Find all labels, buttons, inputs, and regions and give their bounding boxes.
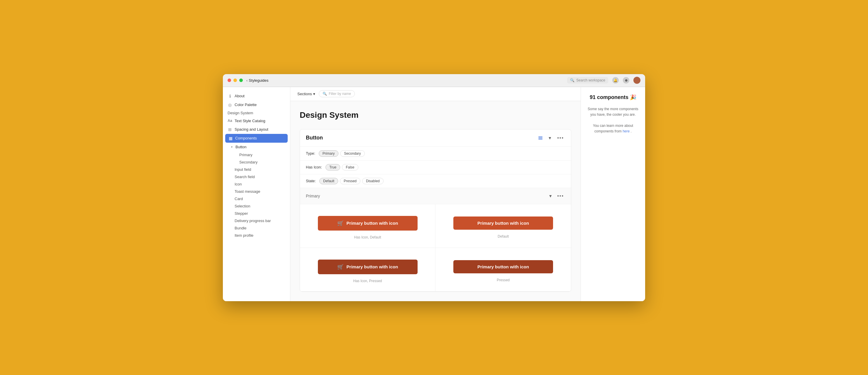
has-icon-tag-false[interactable]: False [342, 164, 358, 171]
more-options-icon: ••• [557, 135, 564, 140]
avatar[interactable] [633, 77, 641, 84]
type-tag-primary[interactable]: Primary [319, 150, 338, 157]
sidebar-item-primary[interactable]: Primary [223, 151, 290, 159]
list-icon [538, 137, 542, 139]
text-style-icon: Aa [227, 118, 232, 123]
state-tag-default[interactable]: Default [319, 178, 338, 184]
help-icon[interactable]: ⊕ [623, 77, 629, 83]
more-options-button[interactable]: ••• [556, 134, 565, 142]
main-layout: ℹ About ◎ Color Palette Design System Aa… [223, 87, 645, 301]
right-panel-desc3: . [631, 129, 632, 133]
maximize-button[interactable] [239, 78, 243, 82]
page-title: Design System [300, 110, 571, 120]
state-filter-row: State: Default Pressed Disabled [300, 174, 571, 188]
sidebar-item-item-profile[interactable]: Item profile [223, 232, 290, 239]
sidebar-label-toast-message: Toast message [235, 189, 260, 194]
right-panel: 91 components 🎉 Some say the more compon… [581, 87, 645, 301]
has-icon-tag-true[interactable]: True [326, 164, 340, 171]
sidebar-label-input-field: Input field [235, 167, 251, 172]
section-header-actions: ▼ ••• [537, 134, 565, 142]
type-filter-tags: Primary Secondary [319, 150, 365, 157]
list-view-button[interactable] [537, 135, 544, 141]
primary-dropdown-button[interactable]: ▼ [547, 193, 554, 200]
type-tag-secondary[interactable]: Secondary [340, 150, 365, 157]
minimize-button[interactable] [234, 78, 237, 82]
sidebar-label-item-profile: Item profile [235, 233, 253, 238]
window-title: Styleguides [249, 78, 268, 82]
sidebar-item-stepper[interactable]: Stepper [223, 210, 290, 217]
sidebar-item-icon[interactable]: Icon [223, 180, 290, 188]
state-tag-disabled[interactable]: Disabled [362, 178, 383, 184]
close-button[interactable] [227, 78, 231, 82]
sidebar-label-text-style: Text Style Catalog [235, 118, 266, 123]
type-filter-label: Type: [306, 151, 315, 156]
sidebar-label-selection: Selection [235, 204, 250, 208]
sections-button[interactable]: Sections ▾ [297, 92, 315, 96]
cart-icon-pressed: 🛒 [337, 264, 344, 270]
sidebar-item-toast-message[interactable]: Toast message [223, 188, 290, 195]
info-icon: ℹ [227, 94, 232, 98]
primary-button-label-3: Primary button with icon [347, 264, 398, 269]
content-toolbar: Sections ▾ 🔍 Filter by name [290, 87, 581, 101]
state-tag-pressed[interactable]: Pressed [340, 178, 361, 184]
primary-more-button[interactable]: ••• [556, 192, 565, 200]
search-workspace-label: Search workspace [576, 78, 605, 82]
spacing-icon: ⊞ [227, 127, 232, 132]
sidebar: ℹ About ◎ Color Palette Design System Aa… [223, 87, 290, 301]
search-workspace-input[interactable]: 🔍 Search workspace [567, 77, 608, 83]
sidebar-item-color-palette[interactable]: ◎ Color Palette [223, 101, 290, 109]
state-filter-label: State: [306, 179, 316, 183]
titlebar-actions: 🔍 Search workspace 🔔 ⊕ [567, 77, 641, 84]
back-button[interactable]: ‹ Styleguides [246, 78, 269, 82]
dropdown-button[interactable]: ▼ [547, 134, 553, 141]
primary-button-has-icon-default[interactable]: 🛒 Primary button with icon [318, 216, 417, 231]
section-title: Button [306, 135, 323, 141]
sidebar-item-text-style[interactable]: Aa Text Style Catalog [223, 116, 290, 125]
primary-button-pressed[interactable]: Primary button with icon [453, 260, 553, 273]
sidebar-label-button: Button [236, 145, 247, 149]
traffic-lights [227, 78, 243, 82]
sidebar-item-input-field[interactable]: Input field [223, 166, 290, 173]
sidebar-label-color-palette: Color Palette [235, 103, 256, 107]
sidebar-label-stepper: Stepper [235, 211, 248, 216]
sidebar-item-button[interactable]: ▾ Button [223, 143, 290, 151]
sidebar-item-delivery-progress[interactable]: Delivery progress bar [223, 217, 290, 225]
cell-default: Primary button with icon Default [435, 204, 571, 248]
sections-chevron-icon: ▾ [313, 92, 315, 96]
sidebar-label-icon: Icon [235, 182, 242, 186]
cell-has-icon-pressed: 🛒 Primary button with icon Has Icon, Pre… [300, 248, 435, 292]
has-icon-filter-row: Has Icon: True False [300, 161, 571, 174]
sections-label: Sections [297, 92, 312, 96]
back-chevron-icon: ‹ [246, 78, 248, 82]
has-icon-filter-label: Has Icon: [306, 165, 322, 169]
section-header: Button ▼ ••• [300, 130, 571, 147]
primary-more-icon: ••• [557, 193, 564, 198]
filter-input[interactable]: 🔍 Filter by name [319, 90, 355, 97]
filter-placeholder: Filter by name [329, 92, 351, 96]
sidebar-item-design-system[interactable]: Design System [223, 109, 290, 116]
notifications-icon[interactable]: 🔔 [612, 77, 619, 83]
sidebar-item-components[interactable]: ▦ Components [225, 134, 288, 143]
sidebar-label-delivery-progress: Delivery progress bar [235, 218, 271, 223]
sidebar-label-components: Components [235, 136, 257, 140]
app-window: ‹ Styleguides 🔍 Search workspace 🔔 ⊕ ℹ A… [223, 74, 645, 301]
has-icon-filter-tags: True False [326, 164, 358, 171]
sidebar-item-secondary[interactable]: Secondary [223, 159, 290, 166]
cell-label-4: Pressed [497, 278, 510, 282]
primary-button-has-icon-pressed[interactable]: 🛒 Primary button with icon [318, 260, 417, 274]
sidebar-label-bundle: Bundle [235, 226, 246, 230]
sidebar-item-search-field[interactable]: Search field [223, 173, 290, 180]
primary-button-label-4: Primary button with icon [477, 264, 529, 269]
component-count: 91 components 🎉 [586, 94, 641, 101]
sidebar-item-selection[interactable]: Selection [223, 202, 290, 210]
search-icon: 🔍 [570, 78, 575, 82]
sidebar-item-about[interactable]: ℹ About [223, 92, 290, 101]
right-panel-description: Some say the more components you have, t… [586, 106, 641, 134]
sidebar-item-spacing[interactable]: ⊞ Spacing and Layout [223, 125, 290, 134]
learn-more-link[interactable]: here [623, 129, 629, 133]
content-area: Sections ▾ 🔍 Filter by name Design Syste… [290, 87, 581, 301]
primary-dropdown-icon: ▼ [548, 194, 553, 198]
sidebar-item-bundle[interactable]: Bundle [223, 225, 290, 232]
primary-button-default[interactable]: Primary button with icon [453, 216, 553, 230]
sidebar-item-card[interactable]: Card [223, 195, 290, 202]
